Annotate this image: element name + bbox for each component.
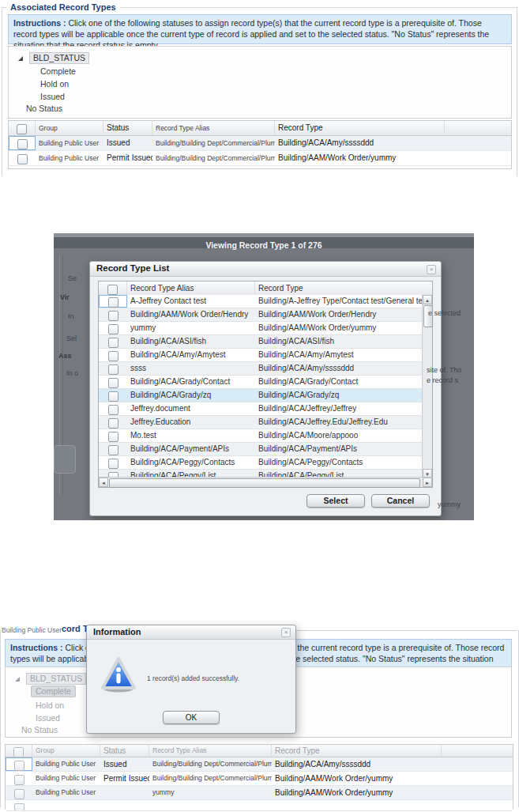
dialog-header[interactable]: Information × <box>87 625 295 640</box>
cell-group: Building Public User <box>36 136 103 150</box>
scroll-right-icon[interactable]: ► <box>423 478 432 487</box>
record-type-row[interactable]: ssssBuilding/ACA/Amy/ssssddd <box>99 362 432 376</box>
record-type-row[interactable]: Building/ACA/Grady/ContactBuilding/ACA/G… <box>99 376 432 389</box>
select-all-checkbox[interactable] <box>13 747 24 757</box>
cancel-button[interactable]: Cancel <box>371 494 430 508</box>
record-type-row[interactable]: Building/ACA/Payment/APIsBuilding/ACA/Pa… <box>99 443 432 456</box>
cell-record-type-alias: Building/ACA/Peggy/Contacts <box>127 456 255 469</box>
cell-record-type: Building/AAM/Work Order/yummy <box>272 772 442 785</box>
record-type-row[interactable]: Mo.testBuilding/ACA/Moore/appooo <box>99 429 432 443</box>
cell-record-type-alias: Mo.test <box>127 429 255 442</box>
record-type-row[interactable]: yummyBuilding/AAM/Work Order/yummy <box>99 322 432 335</box>
header-record-type-alias: Record Type Alias <box>127 281 255 295</box>
cell-record-type: Building/ACA/Grady/zq <box>255 389 422 402</box>
selected-status[interactable]: Complete <box>31 685 76 697</box>
select-all-checkbox[interactable] <box>17 124 27 134</box>
tree-item-complete[interactable]: Complete <box>40 66 76 76</box>
record-type-row[interactable]: Building/ACA/Peggy/ContactsBuilding/ACA/… <box>99 456 432 470</box>
checkbox-cell <box>6 757 32 771</box>
tree-root[interactable]: BLD_STATUS <box>18 52 89 64</box>
cell-group: Building Public User <box>32 786 100 799</box>
cell-status: Permit Issued <box>103 151 152 165</box>
scroll-up-icon[interactable]: ▲ <box>423 295 432 304</box>
row-checkbox[interactable] <box>17 139 28 149</box>
row-checkbox[interactable] <box>108 391 118 402</box>
cell-group: Building Public User <box>36 151 103 165</box>
cell-record-type: Building/ACA/Amy/Amytest <box>255 349 422 361</box>
row-checkbox[interactable] <box>108 418 118 429</box>
cell-status: Issued <box>103 136 152 150</box>
tree-item-no-status[interactable]: No Status <box>21 725 58 735</box>
scrollbar-thumb[interactable] <box>109 478 420 488</box>
cell-record-type: Building/ACA/Peggy/Contacts <box>255 456 422 469</box>
cell-record-type-alias: A-Jeffrey Contact test <box>127 295 255 308</box>
tree-item-issued[interactable]: Issued <box>36 713 60 723</box>
cell-record-type-alias: Building/Building Dept/Commercial/Plumt <box>149 757 272 771</box>
select-all-checkbox[interactable] <box>107 285 118 295</box>
row-checkbox[interactable] <box>108 432 118 442</box>
row-checkbox[interactable] <box>14 789 24 799</box>
checkbox-cell <box>6 772 32 785</box>
checkbox-cell <box>99 362 127 375</box>
cell-filler <box>442 757 513 771</box>
cell-record-type-alias: Building/Building Dept/Commercial/Plumt <box>152 136 275 150</box>
record-type-row[interactable]: A-Jeffrey Contact testBuilding/A-Jeffrey… <box>99 295 432 308</box>
tree-item-complete[interactable]: Complete <box>31 685 76 697</box>
checkbox-cell <box>9 136 36 150</box>
cell-record-type: Building/ACA/Jeffrey/Jeffrey <box>255 402 422 415</box>
scroll-left-icon[interactable]: ◄ <box>99 478 108 487</box>
row-checkbox[interactable] <box>14 761 24 771</box>
tree-root-label[interactable]: BLD_STATUS <box>29 52 89 64</box>
row-checkbox[interactable] <box>108 311 118 321</box>
tree-item-no-status[interactable]: No Status <box>26 104 62 113</box>
record-type-row[interactable]: Jeffrey.EducationBuilding/ACA/Jeffrey.Ed… <box>99 416 432 429</box>
cell-group <box>32 800 100 810</box>
close-icon[interactable]: × <box>281 628 291 637</box>
record-type-row[interactable]: Building/AAM/Work Order/HendryBuilding/A… <box>99 308 432 322</box>
vertical-scrollbar[interactable]: ▲ ▼ <box>422 295 432 478</box>
record-type-row[interactable]: Building/ACA/Amy/AmytestBuilding/ACA/Amy… <box>99 349 432 362</box>
cell-record-type-alias: Building/ACA/ASI/fish <box>127 335 255 348</box>
tree-item-hold-on[interactable]: Hold on <box>40 79 69 89</box>
row-checkbox[interactable] <box>14 803 24 810</box>
cell-record-type: Building/ACA/Jeffrey.Edu/Jeffrey.Edu <box>255 416 422 429</box>
row-checkbox[interactable] <box>108 378 118 388</box>
instructions-label: Instructions : <box>10 643 63 652</box>
cell-record-type-alias: Building/AAM/Work Order/Hendry <box>127 308 255 321</box>
row-checkbox[interactable] <box>108 405 118 415</box>
row-checkbox[interactable] <box>108 364 118 375</box>
dialog-header[interactable]: Record Type List × <box>90 262 441 277</box>
tree-item-hold-on[interactable]: Hold on <box>36 701 64 710</box>
record-type-row[interactable]: Jeffrey.documentBuilding/ACA/Jeffrey/Jef… <box>99 402 432 416</box>
checkbox-cell <box>99 456 127 469</box>
row-checkbox[interactable] <box>108 445 118 455</box>
tree-root[interactable]: BLD_STATUS <box>15 673 86 685</box>
row-checkbox[interactable] <box>108 297 118 308</box>
instructions-label: Instructions : <box>13 18 66 28</box>
tree-item-issued[interactable]: Issued <box>40 92 65 101</box>
record-type-row[interactable]: Building/ACA/ASI/fishBuilding/ACA/ASI/fi… <box>99 335 432 349</box>
record-type-row[interactable]: Building/ACA/Grady/zqBuilding/ACA/Grady/… <box>99 389 432 402</box>
header-record-type-alias: Record Type Alias <box>149 745 272 757</box>
row-checkbox[interactable] <box>14 775 24 785</box>
ok-button[interactable]: OK <box>163 711 220 724</box>
dimmed-background-text: site of. Tho <box>427 366 461 374</box>
instructions-box: Instructions : Click one of the followin… <box>8 14 512 44</box>
row-checkbox[interactable] <box>17 154 28 164</box>
cell-filler <box>445 136 511 150</box>
cell-record-type: Building/ACA/Payment/APIs <box>255 443 422 455</box>
close-icon[interactable]: × <box>427 265 436 274</box>
tree-expand-icon[interactable] <box>15 677 20 682</box>
cell-status <box>100 786 149 799</box>
select-button[interactable]: Select <box>307 494 365 508</box>
horizontal-scrollbar[interactable]: ◄ ► <box>99 477 432 487</box>
dimmed-button-ghost <box>54 445 76 474</box>
tree-root-label[interactable]: BLD_STATUS <box>26 673 86 685</box>
row-checkbox[interactable] <box>108 459 118 469</box>
row-checkbox[interactable] <box>108 338 118 348</box>
row-checkbox[interactable] <box>108 351 118 361</box>
info-icon <box>100 655 137 697</box>
header-status: Status <box>103 121 152 135</box>
tree-expand-icon[interactable] <box>18 56 23 61</box>
row-checkbox[interactable] <box>108 324 118 334</box>
